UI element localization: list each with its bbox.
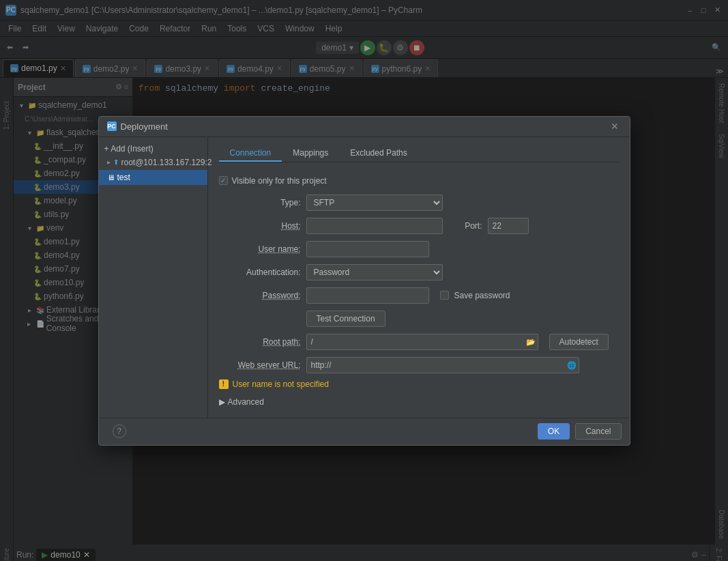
username-label: User name: — [219, 244, 301, 254]
advanced-row[interactable]: ▶ Advanced — [219, 394, 619, 409]
advanced-expand-icon: ▶ — [219, 397, 225, 407]
host-row: Host: Port: — [219, 217, 619, 235]
visible-only-checkbox[interactable] — [219, 176, 228, 185]
test-connection-row: Test Connection — [219, 310, 619, 328]
modal-overlay: PC Deployment ✕ + Add (Insert) ▸ ⬆ root@… — [0, 0, 728, 561]
host-input[interactable] — [306, 218, 443, 234]
username-input[interactable] — [306, 241, 429, 257]
username-row: User name: — [219, 240, 619, 258]
server-expand-icon: ▸ — [107, 158, 111, 166]
password-input[interactable] — [306, 287, 429, 304]
modal-tabs: Connection Mappings Excluded Paths — [219, 145, 619, 162]
sftp-icon: ⬆ — [113, 158, 119, 166]
save-password-checkbox[interactable] — [440, 291, 449, 300]
modal-tab-mappings[interactable]: Mappings — [282, 145, 339, 162]
modal-sidebar: + Add (Insert) ▸ ⬆ root@101.133.167.129:… — [99, 137, 208, 418]
deployment-modal: PC Deployment ✕ + Add (Insert) ▸ ⬆ root@… — [98, 116, 630, 446]
web-server-url-label: Web server URL: — [219, 360, 301, 370]
test-connection-button[interactable]: Test Connection — [306, 311, 385, 327]
warning-row: ! User name is not specified — [219, 379, 619, 389]
modal-main: Connection Mappings Excluded Paths Visib… — [208, 137, 630, 418]
add-insert-button[interactable]: + Add (Insert) — [99, 143, 207, 155]
modal-title: Deployment — [121, 121, 604, 132]
root-path-input[interactable] — [306, 334, 538, 350]
modal-tab-connection[interactable]: Connection — [219, 145, 282, 162]
web-server-url-container: 🌐 — [306, 357, 579, 373]
modal-footer: ? OK Cancel — [99, 418, 630, 445]
auth-select[interactable]: Password Key pair — [306, 264, 443, 280]
modal-close-button[interactable]: ✕ — [608, 121, 622, 132]
type-select[interactable]: SFTP FTP — [306, 195, 443, 211]
warning-icon: ! — [219, 379, 229, 389]
root-path-row: Root path: 📂 Autodetect — [219, 333, 619, 351]
modal-body: + Add (Insert) ▸ ⬆ root@101.133.167.129:… — [99, 137, 630, 418]
auth-label: Authentication: — [219, 268, 301, 277]
type-label: Type: — [219, 198, 301, 207]
web-server-url-row: Web server URL: 🌐 — [219, 356, 619, 374]
visible-only-label: Visible only for this project — [232, 176, 327, 186]
server-test-icon: 🖥 — [107, 173, 115, 182]
save-password-label: Save password — [454, 291, 510, 300]
root-path-label: Root path: — [219, 337, 301, 347]
browse-icon[interactable]: 📂 — [526, 337, 536, 346]
server-test-label: test — [117, 173, 130, 182]
web-server-url-input[interactable] — [306, 357, 579, 373]
password-label: Password: — [219, 291, 301, 300]
modal-icon: PC — [107, 121, 117, 131]
server-root-label: root@101.133.167.129:2 — [121, 158, 212, 167]
cancel-button[interactable]: Cancel — [575, 423, 621, 440]
autodetect-button[interactable]: Autodetect — [549, 334, 609, 350]
host-label: Host: — [219, 221, 301, 231]
ok-button[interactable]: OK — [538, 423, 570, 440]
visible-only-checkbox-row: Visible only for this project — [219, 173, 619, 188]
root-path-container: 📂 — [306, 334, 538, 350]
web-icon[interactable]: 🌐 — [567, 360, 577, 369]
sidebar-server-test[interactable]: 🖥 test — [99, 170, 207, 185]
modal-title-bar: PC Deployment ✕ — [99, 117, 630, 137]
auth-row: Authentication: Password Key pair — [219, 263, 619, 281]
password-row: Password: Save password — [219, 287, 619, 304]
port-label: Port: — [448, 221, 482, 231]
port-input[interactable] — [488, 218, 529, 234]
advanced-label: Advanced — [228, 397, 264, 407]
help-button[interactable]: ? — [113, 425, 126, 438]
sidebar-server-root[interactable]: ▸ ⬆ root@101.133.167.129:2 — [99, 155, 207, 170]
modal-tab-excluded[interactable]: Excluded Paths — [339, 145, 418, 162]
warning-text: User name is not specified — [233, 379, 329, 389]
type-row: Type: SFTP FTP — [219, 194, 619, 212]
